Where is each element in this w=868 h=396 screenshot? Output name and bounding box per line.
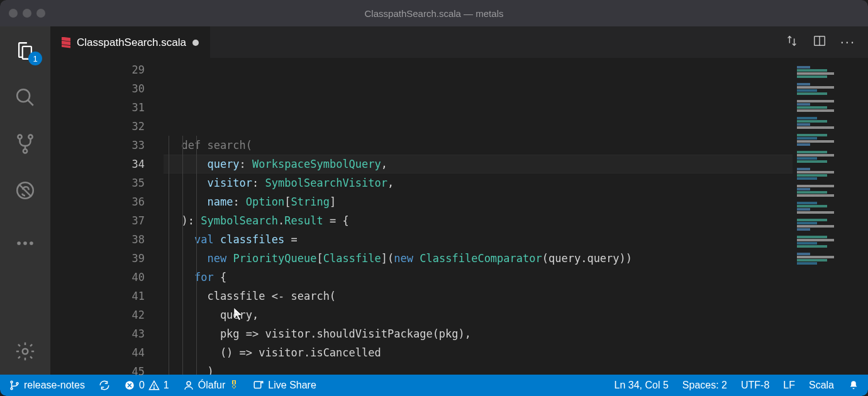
- line-number: 43: [50, 324, 164, 343]
- eol[interactable]: LF: [783, 380, 795, 391]
- line-number: 42: [50, 305, 164, 324]
- svg-point-10: [23, 349, 28, 355]
- svg-point-19: [187, 382, 191, 385]
- line-number: 45: [50, 362, 164, 381]
- problems[interactable]: 0 1: [124, 380, 169, 391]
- svg-point-3: [28, 135, 32, 139]
- code-line[interactable]: classfile <- search(: [164, 287, 793, 305]
- medal-icon: 🎖: [229, 380, 239, 391]
- line-number: 39: [50, 249, 164, 268]
- settings-gear-icon[interactable]: [14, 341, 36, 362]
- svg-point-14: [11, 388, 13, 390]
- explorer-badge: 1: [28, 52, 42, 65]
- line-number: 37: [50, 211, 164, 230]
- svg-point-9: [30, 241, 33, 245]
- warning-count: 1: [164, 380, 169, 391]
- minimize-window-button[interactable]: [23, 9, 31, 18]
- git-branch[interactable]: release-notes: [9, 380, 85, 391]
- traffic-lights: [9, 9, 45, 18]
- line-number-gutter: 2930313233343536373839404142434445: [50, 58, 164, 375]
- line-number: 29: [50, 60, 164, 79]
- more-actions-icon[interactable]: ···: [840, 34, 855, 50]
- zoom-window-button[interactable]: [36, 9, 45, 18]
- cursor-position[interactable]: Ln 34, Col 5: [615, 380, 669, 391]
- indentation[interactable]: Spaces: 2: [682, 380, 727, 391]
- window-title: ClasspathSearch.scala — metals: [365, 8, 504, 19]
- svg-line-1: [28, 100, 33, 106]
- svg-point-8: [23, 241, 27, 245]
- error-count: 0: [139, 380, 145, 391]
- code-line[interactable]: def search(: [164, 136, 793, 155]
- tab-classpathsearch[interactable]: ClasspathSearch.scala: [50, 26, 210, 58]
- line-number: 44: [50, 343, 164, 362]
- code-line[interactable]: query: WorkspaceSymbolQuery,: [164, 155, 793, 173]
- user-name: Ólafur: [198, 380, 226, 391]
- branch-name: release-notes: [24, 380, 85, 391]
- split-editor-icon[interactable]: [813, 34, 826, 50]
- svg-point-4: [23, 149, 27, 153]
- language-mode[interactable]: Scala: [809, 380, 834, 391]
- debug-icon[interactable]: [14, 180, 36, 201]
- explorer-icon[interactable]: 1: [14, 40, 36, 62]
- svg-point-7: [17, 241, 21, 245]
- tab-bar: ClasspathSearch.scala ···: [50, 26, 868, 58]
- line-number: 31: [50, 98, 164, 117]
- svg-point-2: [18, 135, 21, 139]
- code-line[interactable]: val classfiles =: [164, 230, 793, 249]
- search-icon[interactable]: [14, 87, 36, 108]
- tab-filename: ClasspathSearch.scala: [77, 36, 186, 49]
- close-window-button[interactable]: [9, 9, 18, 18]
- encoding[interactable]: UTF-8: [741, 380, 769, 391]
- live-share-label: Live Share: [268, 380, 316, 391]
- notifications-bell-icon[interactable]: [848, 380, 859, 391]
- line-number: 38: [50, 230, 164, 249]
- svg-point-15: [16, 383, 18, 385]
- line-number: 34: [50, 155, 164, 173]
- dirty-indicator-icon: [192, 40, 199, 46]
- live-share[interactable]: Live Share: [253, 380, 316, 391]
- activity-bar: 1: [0, 26, 50, 375]
- sync-icon[interactable]: [99, 380, 110, 391]
- svg-point-0: [17, 89, 30, 102]
- editor-body[interactable]: 2930313233343536373839404142434445 def s…: [50, 58, 868, 375]
- line-number: 35: [50, 173, 164, 192]
- svg-point-13: [11, 381, 13, 383]
- source-control-icon[interactable]: [14, 133, 36, 155]
- code-area[interactable]: def search( query: WorkspaceSymbolQuery,…: [164, 58, 793, 375]
- code-line[interactable]: ): SymbolSearch.Result = {: [164, 211, 793, 230]
- svg-point-18: [153, 388, 154, 388]
- svg-line-6: [19, 184, 31, 197]
- svg-rect-20: [255, 382, 262, 388]
- line-number: 40: [50, 268, 164, 287]
- line-number: 30: [50, 79, 164, 98]
- code-line[interactable]: () => visitor.isCancelled: [164, 343, 793, 362]
- code-line[interactable]: query,: [164, 305, 793, 324]
- code-line[interactable]: ): [164, 362, 793, 375]
- code-line[interactable]: new PriorityQueue[Classfile](new Classfi…: [164, 249, 793, 268]
- scala-file-icon: [62, 37, 70, 48]
- code-line[interactable]: for {: [164, 268, 793, 287]
- user-status[interactable]: Ólafur 🎖: [183, 380, 240, 391]
- minimap[interactable]: [793, 58, 868, 375]
- compare-changes-icon[interactable]: [785, 34, 799, 50]
- titlebar: ClasspathSearch.scala — metals: [0, 0, 868, 26]
- code-line[interactable]: name: Option[String]: [164, 192, 793, 211]
- code-line[interactable]: pkg => visitor.shouldVisitPackage(pkg),: [164, 324, 793, 343]
- more-icon[interactable]: [14, 233, 36, 254]
- line-number: 33: [50, 136, 164, 155]
- line-number: 32: [50, 117, 164, 136]
- line-number: 36: [50, 192, 164, 211]
- code-line[interactable]: visitor: SymbolSearchVisitor,: [164, 173, 793, 192]
- line-number: 41: [50, 287, 164, 305]
